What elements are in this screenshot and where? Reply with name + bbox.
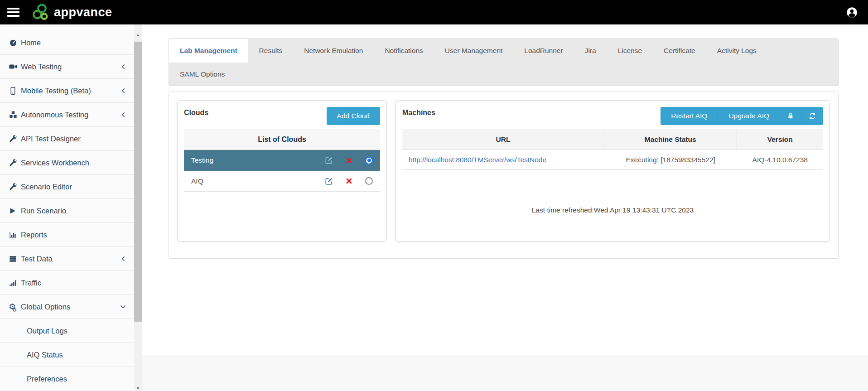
x-icon: [346, 178, 352, 184]
restart-aiq-button[interactable]: Restart AIQ: [661, 107, 718, 125]
gauge-icon: [9, 38, 21, 47]
sidebar-item-reports[interactable]: Reports: [0, 223, 134, 247]
machines-actions: Restart AIQ Upgrade AIQ: [661, 107, 823, 125]
clouds-title: Clouds: [184, 107, 208, 117]
play-icon: [9, 207, 21, 215]
sidebar-item-traffic[interactable]: Traffic: [0, 271, 134, 295]
tab-row-1: Lab Management Results Network Emulation…: [169, 39, 838, 63]
tab-jira[interactable]: Jira: [574, 39, 607, 63]
refresh-icon: [808, 112, 816, 120]
machine-status: Executing: [1875983345522]: [604, 156, 737, 164]
sidebar-item-services-workbench[interactable]: Services Workbench: [0, 151, 134, 175]
delete-cloud-button[interactable]: [346, 157, 352, 164]
sidebar-item-label: Web Testing: [21, 63, 62, 71]
edit-icon: [325, 177, 333, 185]
scroll-thumb[interactable]: [134, 42, 142, 322]
sidebar-item-label: Run Scenario: [21, 207, 66, 215]
sidebar-item-mobile-testing[interactable]: Mobile Testing (Beta): [0, 79, 134, 103]
bar-chart-icon: [9, 231, 21, 239]
top-bar: appvance: [0, 0, 868, 24]
x-icon: [346, 157, 352, 164]
chevron-left-icon: [120, 111, 126, 118]
sidebar-item-label: Home: [21, 39, 41, 47]
sidebar-item-scenario-editor[interactable]: Scenario Editor: [0, 175, 134, 199]
sidebar-item-global-options[interactable]: ⚙⚙ Global Options: [0, 295, 134, 319]
scroll-down-button[interactable]: ▼: [134, 386, 142, 391]
list-of-clouds-header: List of Clouds: [184, 129, 380, 150]
sidebar-item-output-logs[interactable]: Output Logs: [0, 319, 134, 343]
video-camera-icon: [9, 62, 21, 71]
edit-cloud-button[interactable]: [325, 156, 333, 164]
tab-license[interactable]: License: [607, 39, 653, 63]
sidebar-item-label: API Test Designer: [21, 135, 81, 143]
machine-row: http://localhost:8080/TMServer/ws/TestNo…: [402, 150, 823, 170]
sidebar-item-label: Autonomous Testing: [21, 111, 88, 119]
mobile-icon: [9, 87, 21, 95]
sidebar: Home Web Testing Mobile Testing (Beta) A…: [0, 24, 134, 391]
lock-button[interactable]: [780, 107, 801, 125]
cloud-row-testing[interactable]: Testing: [184, 150, 380, 171]
sidebar-item-web-testing[interactable]: Web Testing: [0, 55, 134, 79]
brand-rings-icon: [32, 3, 50, 21]
sidebar-item-test-data[interactable]: Test Data: [0, 247, 134, 271]
column-header-version: Version: [737, 135, 823, 144]
cloud-row-aiq[interactable]: AIQ: [184, 171, 380, 192]
sidebar-item-label: Mobile Testing (Beta): [21, 87, 91, 95]
wrench-icon: [9, 135, 21, 143]
main-content: Lab Management Results Network Emulation…: [142, 24, 868, 391]
sidebar-item-label: Output Logs: [27, 327, 68, 335]
tab-saml-options[interactable]: SAML Options: [169, 63, 236, 86]
hamburger-icon[interactable]: [7, 6, 19, 19]
tab-user-management[interactable]: User Management: [434, 39, 514, 63]
tab-lab-management[interactable]: Lab Management: [169, 39, 248, 63]
machine-url-link[interactable]: http://localhost:8080/TMServer/ws/TestNo…: [409, 156, 546, 164]
stack-icon: [9, 255, 21, 263]
add-cloud-button[interactable]: Add Cloud: [327, 107, 380, 125]
sidebar-item-label: Traffic: [21, 279, 41, 287]
sidebar-item-api-test-designer[interactable]: API Test Designer: [0, 127, 134, 151]
tab-activity-logs[interactable]: Activity Logs: [706, 39, 767, 63]
clouds-panel: Clouds Add Cloud List of Clouds Testing …: [177, 100, 387, 241]
last-refreshed-text: Last time refreshed:Wed Apr 19 13:43:31 …: [402, 206, 823, 214]
signal-icon: [9, 279, 21, 287]
sidebar-item-label: Preferences: [27, 375, 67, 383]
sidebar-item-run-scenario[interactable]: Run Scenario: [0, 199, 134, 223]
page-background: [142, 355, 868, 391]
tab-row-2: SAML Options: [169, 63, 838, 86]
sidebar-item-label: Services Workbench: [21, 159, 89, 167]
cubes-icon: [9, 110, 21, 119]
sidebar-item-home[interactable]: Home: [0, 31, 134, 55]
delete-cloud-button[interactable]: [346, 178, 352, 184]
column-header-url: URL: [402, 129, 604, 150]
select-cloud-radio[interactable]: [365, 157, 373, 164]
sidebar-item-label: Reports: [21, 231, 47, 239]
sidebar-scrollbar[interactable]: ▲ ▼: [134, 24, 142, 391]
tab-bar: Lab Management Results Network Emulation…: [169, 39, 839, 86]
tab-notifications[interactable]: Notifications: [374, 39, 434, 63]
tab-loadrunner[interactable]: LoadRunner: [513, 39, 574, 63]
sidebar-item-label: Global Options: [21, 303, 70, 311]
upgrade-aiq-button[interactable]: Upgrade AIQ: [718, 107, 780, 125]
wrench-icon: [9, 183, 21, 191]
tab-network-emulation[interactable]: Network Emulation: [293, 39, 374, 63]
chevron-left-icon: [120, 63, 126, 70]
select-cloud-radio[interactable]: [365, 177, 373, 185]
sidebar-item-aiq-status[interactable]: AIQ Status: [0, 343, 134, 367]
refresh-button[interactable]: [801, 107, 823, 125]
edit-cloud-button[interactable]: [325, 177, 333, 185]
machines-title: Machines: [402, 107, 435, 117]
tab-certificate[interactable]: Certificate: [653, 39, 706, 63]
sidebar-item-preferences[interactable]: Preferences: [0, 367, 134, 391]
chevron-left-icon: [120, 87, 126, 94]
cloud-name: AIQ: [191, 177, 203, 185]
edit-icon: [325, 156, 333, 164]
scroll-up-button[interactable]: ▲: [134, 33, 142, 37]
appvance-logo: appvance: [32, 3, 112, 21]
sidebar-item-label: Test Data: [21, 255, 53, 263]
sidebar-item-autonomous-testing[interactable]: Autonomous Testing: [0, 103, 134, 127]
lock-icon: [787, 112, 794, 120]
panels-card: Clouds Add Cloud List of Clouds Testing …: [169, 92, 839, 259]
tab-results[interactable]: Results: [248, 39, 294, 63]
user-account-icon[interactable]: [846, 6, 858, 19]
machine-version: AIQ-4.10.0.67238: [737, 156, 823, 164]
